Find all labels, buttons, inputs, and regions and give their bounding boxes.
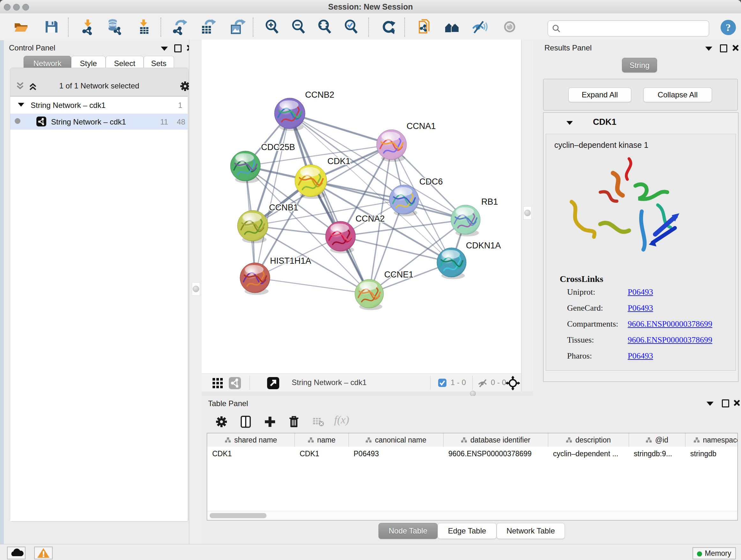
export-image-button[interactable] <box>228 18 246 37</box>
open-in-window-button[interactable] <box>265 376 281 391</box>
show-all-button[interactable] <box>501 18 519 37</box>
splitter-handle-icon[interactable] <box>193 286 199 292</box>
panel-menu-icon[interactable] <box>705 47 712 51</box>
table-header-canonical-name[interactable]: canonical name <box>348 433 444 447</box>
node-label-CDK1: CDK1 <box>327 157 350 166</box>
hide-selected-button[interactable] <box>471 18 488 37</box>
panel-float-icon[interactable] <box>722 399 729 408</box>
show-column-button[interactable] <box>237 414 255 430</box>
tab-network-table[interactable]: Network Table <box>496 523 565 539</box>
zoom-in-button[interactable] <box>263 18 281 37</box>
crosslink-value-link[interactable]: 9606.ENSP00000378699 <box>628 335 712 345</box>
splitter-handle-icon[interactable] <box>524 210 531 216</box>
apply-layout-button[interactable] <box>380 18 398 37</box>
node-RB1[interactable] <box>451 205 480 236</box>
left-splitter[interactable] <box>189 40 202 544</box>
right-splitter[interactable] <box>521 40 534 396</box>
node-label-CCNB2: CCNB2 <box>305 90 334 100</box>
crosslink-value-link[interactable]: 9606.ENSP00000378699 <box>628 319 712 329</box>
help-button[interactable]: ? <box>721 20 736 35</box>
table-header-description[interactable]: description <box>548 433 629 447</box>
tab-string[interactable]: String <box>622 58 657 72</box>
network-node-count: 11 <box>160 118 168 126</box>
home-button[interactable] <box>443 18 461 37</box>
collapse-all-button[interactable]: Collapse All <box>643 87 712 102</box>
open-session-button[interactable] <box>12 18 30 37</box>
birdseye-toggle-button[interactable] <box>503 375 522 392</box>
zoom-fit-button[interactable] <box>316 18 333 37</box>
expand-all-button[interactable]: Expand All <box>568 87 631 102</box>
import-network-from-file-button[interactable] <box>79 18 97 37</box>
node-CCNB1[interactable] <box>238 210 268 243</box>
horizontal-scrollbar[interactable] <box>207 511 738 520</box>
tab-edge-table[interactable]: Edge Table <box>437 523 496 539</box>
import-table-from-file-button[interactable] <box>135 18 153 37</box>
node-CDC6[interactable] <box>389 185 419 216</box>
panel-float-icon[interactable] <box>174 44 182 52</box>
panel-close-icon[interactable] <box>732 44 739 51</box>
node-CCNA2[interactable] <box>326 221 355 253</box>
warning-icon <box>37 548 50 558</box>
panel-menu-icon[interactable] <box>161 47 168 51</box>
warning-status-button[interactable] <box>34 547 53 559</box>
node-HIST1H1A[interactable] <box>240 263 270 295</box>
network-row-selected[interactable]: String Network – cdk1 11 48 <box>10 114 188 130</box>
crosshair-icon <box>506 376 520 390</box>
network-collection-row[interactable]: String Network – cdk1 1 <box>10 98 188 114</box>
table-settings-button[interactable] <box>212 414 230 430</box>
table-header-name[interactable]: name <box>294 433 349 447</box>
table-header-shared-name[interactable]: shared name <box>207 433 295 447</box>
tree-expander-icon[interactable] <box>18 103 24 107</box>
new-network-from-selection-button[interactable] <box>416 18 434 37</box>
hidden-eye-icon[interactable] <box>477 378 488 390</box>
table-header-namespace[interactable]: namespace <box>685 433 738 447</box>
column-type-icon <box>646 437 652 443</box>
crosslink-value-link[interactable]: P06493 <box>628 303 653 313</box>
node-CCNA1[interactable] <box>377 130 407 162</box>
table-row[interactable]: CDK1CDK1P064939606.ENSP00000378699cyclin… <box>207 447 738 461</box>
export-network-button[interactable] <box>171 18 189 37</box>
selected-checkbox-icon[interactable] <box>438 378 447 388</box>
node-CDKN1A[interactable] <box>437 248 466 279</box>
node-CDC25B[interactable] <box>230 151 260 183</box>
panel-float-icon[interactable] <box>720 44 727 52</box>
delete-column-button[interactable] <box>285 414 303 430</box>
node-label-RB1: RB1 <box>481 197 498 206</box>
edge-CCNB2-CCNE1[interactable] <box>290 113 369 294</box>
gene-description: cyclin–dependent kinase 1 <box>554 140 649 150</box>
expand-collapse-box: Expand All Collapse All <box>543 79 738 111</box>
edge-HIST1H1A-CCNE1[interactable] <box>255 278 369 294</box>
add-column-button[interactable] <box>261 414 279 430</box>
search-box <box>548 20 709 37</box>
window-title: Session: New Session <box>0 0 741 13</box>
zoom-selected-button[interactable] <box>342 18 360 37</box>
eye-slash-icon <box>471 18 488 36</box>
table-header-database-identifier[interactable]: database identifier <box>443 433 548 447</box>
cloud-status-button[interactable] <box>7 547 25 559</box>
panel-menu-icon[interactable] <box>706 401 714 406</box>
table-panel: Table Panel <box>202 396 741 544</box>
import-network-from-database-button[interactable] <box>106 18 124 37</box>
panel-close-icon[interactable] <box>733 399 740 407</box>
network-canvas[interactable]: CCNB2CCNA1CDC25BCDK1CDC6RB1CCNB1CCNA2CDK… <box>202 40 521 374</box>
table-header--id[interactable]: @id <box>629 433 685 447</box>
save-session-button[interactable] <box>43 18 60 37</box>
memory-button[interactable]: Memory <box>692 547 736 559</box>
grid-view-button[interactable] <box>209 376 226 391</box>
crosslink-value-link[interactable]: P06493 <box>628 287 653 297</box>
collection-label: String Network – cdk1 <box>30 101 106 110</box>
section-expander-icon[interactable] <box>566 121 573 125</box>
crosslink-value-link[interactable]: P06493 <box>628 351 653 361</box>
tab-node-table[interactable]: Node Table <box>379 523 437 539</box>
network-view-button[interactable] <box>226 376 243 391</box>
export-table-button[interactable] <box>199 18 217 37</box>
crosslinks-list: Uniprot:P06493GeneCard:P06493Compartment… <box>546 287 736 367</box>
zoom-out-button[interactable] <box>289 18 307 37</box>
scrollbar-thumb[interactable] <box>210 513 266 518</box>
node-CCNE1[interactable] <box>355 279 384 310</box>
node-CDK1[interactable] <box>295 165 327 199</box>
edge-CCNB2-CCNA1[interactable] <box>290 113 392 145</box>
search-input[interactable] <box>563 22 705 34</box>
control-panel: Control Panel Network Style Select Sets … <box>4 40 189 544</box>
table-cell: CDK1 <box>294 447 348 461</box>
